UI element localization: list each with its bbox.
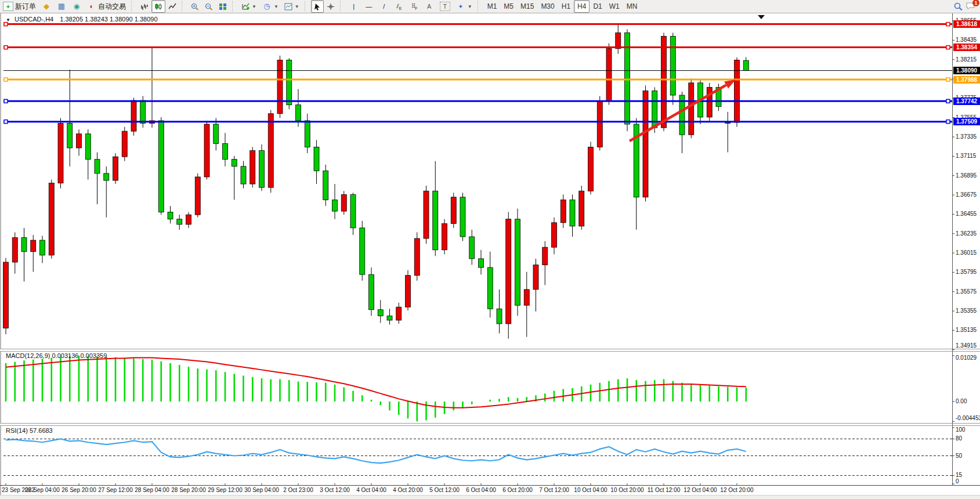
macd-tick-label: -0.004453 [956, 415, 980, 421]
chart-window[interactable] [0, 13, 980, 499]
tile-windows-button[interactable] [216, 0, 230, 13]
macd-tick-label: 0.01029 [956, 355, 980, 361]
time-tick-label: 6 Oct 20:00 [502, 487, 533, 493]
timeframe-button-m1[interactable]: M1 [484, 0, 501, 13]
price-tick-label: 1.36235 [956, 230, 980, 237]
horizontal-line-tool-button[interactable]: — [361, 0, 377, 13]
rsi-tick-label: 50 [956, 453, 980, 459]
macd-label: MACD(12,26,9) 0.003136 0.003359 [6, 352, 107, 359]
vertical-line-tool-button[interactable]: | [346, 0, 361, 13]
price-tick-label: 1.38215 [956, 56, 980, 63]
price-tick-label: 1.36895 [956, 172, 980, 179]
rsi-tick-label: 15 [956, 472, 980, 478]
toolbar-separator [131, 1, 136, 12]
time-tick-label: 11 Oct 12:00 [648, 487, 681, 493]
horizontal-line-icon: — [364, 2, 374, 10]
pane-splitter-rsi[interactable] [0, 423, 980, 426]
notification-badge: 1 [972, 0, 979, 6]
time-tick-label: 4 Oct 04:00 [356, 487, 386, 493]
dropdown-caret-icon: ▼ [252, 4, 256, 9]
signals-button[interactable]: ◉ [69, 0, 84, 13]
macd-values: 0.003136 0.003359 [52, 352, 107, 359]
mt4-terminal-window: + 新订单 ◆ ▦ ◉ ◐ 自动交易 ▼ ◷▼ ▼ | — / ⫽E ⠿F A … [0, 0, 980, 499]
timeframe-button-m15[interactable]: M15 [517, 0, 537, 13]
tile-windows-icon [219, 3, 227, 10]
new-order-label: 新订单 [15, 2, 36, 12]
macd-tick-label: 0.00 [956, 398, 980, 404]
cursor-tool-button[interactable] [311, 0, 324, 13]
indicators-button[interactable]: ▼ [238, 0, 259, 13]
time-tick-label: 30 Sep 04:00 [244, 487, 279, 493]
arrows-tool-button[interactable]: ✦▼ [453, 0, 475, 13]
dropdown-caret-icon: ▼ [295, 4, 299, 9]
time-tick-label: 12 Oct 04:00 [684, 487, 717, 493]
indicators-icon [241, 3, 249, 10]
time-tick-label: 2 Oct 23:00 [283, 487, 313, 493]
channel-tool-button[interactable]: ⫽E [392, 0, 407, 13]
pane-splitter-macd[interactable] [0, 349, 980, 352]
line-chart-icon [168, 3, 176, 10]
text-tool-button[interactable]: A [422, 0, 437, 13]
timeframe-button-mn[interactable]: MN [623, 0, 641, 13]
toolbar-separator [232, 1, 237, 12]
symbol-collapse-icon[interactable]: ▼ [6, 17, 10, 23]
text-label-icon: T [440, 2, 450, 11]
time-tick-label: 6 Oct 04:00 [466, 487, 496, 493]
price-line-label: 1.38090 [953, 67, 980, 74]
market-watch-button[interactable]: ▦ [54, 0, 69, 13]
time-tick-label: 28 Sep 20:00 [171, 487, 206, 493]
timeframe-button-w1[interactable]: W1 [606, 0, 623, 13]
template-icon [284, 3, 292, 10]
crosshair-tool-button[interactable] [324, 0, 338, 13]
price-tick-label: 1.36015 [956, 250, 980, 256]
search-icon[interactable] [954, 2, 963, 11]
toolbar-separator [478, 1, 482, 12]
chart-ohlc-values: 1.38205 1.38243 1.38090 1.38090 [60, 16, 157, 23]
rsi-tick-label: 0 [956, 478, 980, 484]
rsi-tick-label: 100 [956, 426, 980, 433]
price-line-label: 1.38354 [953, 44, 980, 51]
equidistant-channel-icon: ⫽E [395, 2, 404, 10]
text-label-tool-button[interactable]: T [437, 0, 453, 13]
dropdown-caret-icon: ▼ [468, 4, 472, 9]
notifications-button[interactable]: 1 [966, 2, 977, 11]
price-line-label: 1.38618 [953, 20, 980, 28]
zoom-out-icon [205, 3, 213, 10]
price-line-label: 1.37509 [953, 118, 980, 125]
cursor-icon [314, 3, 321, 10]
chart-window-icon: ▦ [57, 2, 66, 10]
rsi-value: 57.6683 [30, 427, 53, 434]
timeframe-button-d1[interactable]: D1 [590, 0, 605, 13]
dropdown-caret-icon: ▼ [274, 4, 279, 9]
price-line-label: 1.37988 [953, 76, 980, 84]
candlestick-chart-button[interactable] [151, 0, 165, 13]
main-toolbar: + 新订单 ◆ ▦ ◉ ◐ 自动交易 ▼ ◷▼ ▼ | — / ⫽E ⠿F A … [0, 0, 980, 13]
zoom-out-button[interactable] [202, 0, 216, 13]
fibonacci-icon: ⠿F [410, 2, 419, 10]
periods-button[interactable]: ◷▼ [259, 0, 281, 13]
auto-trading-button[interactable]: ◐ 自动交易 [84, 0, 129, 13]
timeframe-button-h1[interactable]: H1 [558, 0, 574, 13]
fibonacci-tool-button[interactable]: ⠿F [407, 0, 422, 13]
timeframe-button-m30[interactable]: M30 [537, 0, 558, 13]
zoom-in-button[interactable] [188, 0, 202, 13]
time-tick-label: 26 Sep 04:00 [25, 487, 60, 493]
text-tool-icon: A [425, 2, 434, 10]
gold-button[interactable]: ◆ [39, 0, 54, 13]
time-tick-label: 27 Sep 12:00 [98, 487, 133, 493]
price-tick-label: 1.35135 [956, 327, 980, 333]
line-chart-button[interactable] [165, 0, 179, 13]
crosshair-icon [327, 3, 335, 10]
time-tick-label: 12 Oct 20:00 [720, 487, 753, 493]
price-tick-label: 1.35575 [956, 288, 980, 295]
trendline-tool-button[interactable]: / [377, 0, 392, 13]
zoom-in-icon [191, 3, 199, 10]
timeframe-button-h4[interactable]: H4 [574, 0, 590, 13]
time-tick-label: 3 Oct 12:00 [320, 487, 350, 493]
time-tick-label: 26 Sep 20:00 [62, 487, 96, 493]
time-tick-label: 4 Oct 20:00 [393, 487, 423, 493]
templates-button[interactable]: ▼ [281, 0, 302, 13]
timeframe-button-m5[interactable]: M5 [500, 0, 517, 13]
bar-chart-button[interactable] [138, 0, 151, 13]
new-order-button[interactable]: + 新订单 [0, 0, 39, 13]
